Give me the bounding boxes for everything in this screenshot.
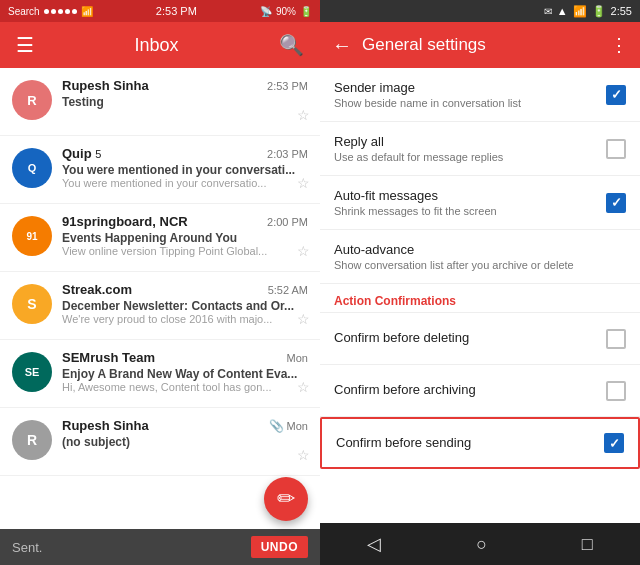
email-content: Streak.com 5:52 AM December Newsletter: … (62, 282, 308, 325)
time-right: 2:55 (611, 5, 632, 17)
email-content: SEMrush Team Mon Enjoy A Brand New Way o… (62, 350, 308, 393)
home-nav-icon[interactable]: ○ (476, 534, 487, 555)
email-item[interactable]: SE SEMrush Team Mon Enjoy A Brand New Wa… (0, 340, 320, 408)
wifi-icon-left: 📶 (81, 6, 93, 17)
back-nav-icon[interactable]: ◁ (367, 533, 381, 555)
star-icon[interactable]: ☆ (297, 379, 310, 395)
confirm-archiving-checkbox[interactable] (606, 381, 626, 401)
email-content: Rupesh Sinha 📎 Mon (no subject) (62, 418, 308, 449)
email-item[interactable]: Q Quip 5 2:03 PM You were mentioned in y… (0, 136, 320, 204)
status-right-info: ✉ ▲ 📶 🔋 2:55 (544, 5, 632, 18)
email-header: Streak.com 5:52 AM (62, 282, 308, 297)
email-header: Quip 5 2:03 PM (62, 146, 308, 161)
sender-name: SEMrush Team (62, 350, 155, 365)
email-header: SEMrush Team Mon (62, 350, 308, 365)
email-item[interactable]: 91 91springboard, NCR 2:00 PM Events Hap… (0, 204, 320, 272)
settings-title: General settings (362, 35, 600, 55)
sender-name: 91springboard, NCR (62, 214, 188, 229)
setting-title: Auto-fit messages (334, 188, 606, 203)
email-header: Rupesh Sinha 2:53 PM (62, 78, 308, 93)
search-icon[interactable]: 🔍 (275, 29, 308, 61)
star-icon[interactable]: ☆ (297, 107, 310, 123)
setting-title: Confirm before archiving (334, 382, 606, 397)
avatar-letter: S (27, 296, 36, 312)
email-subject: December Newsletter: Contacts and Or... (62, 299, 308, 313)
auto-fit-checkbox[interactable] (606, 193, 626, 213)
email-content: Quip 5 2:03 PM You were mentioned in you… (62, 146, 308, 189)
bottom-bar: Sent. UNDO (0, 529, 320, 565)
recents-nav-icon[interactable]: □ (582, 534, 593, 555)
setting-auto-fit[interactable]: Auto-fit messages Shrink messages to fit… (320, 176, 640, 230)
status-bar-right: ✉ ▲ 📶 🔋 2:55 (320, 0, 640, 22)
email-subject: (no subject) (62, 435, 308, 449)
action-confirmations-header: Action Confirmations (320, 284, 640, 313)
avatar-letter: R (27, 432, 37, 448)
setting-confirm-deleting[interactable]: Confirm before deleting (320, 313, 640, 365)
email-preview: Hi, Awesome news, Content tool has gon..… (62, 381, 308, 393)
setting-text: Auto-advance Show conversation list afte… (334, 242, 626, 271)
email-subject: Enjoy A Brand New Way of Content Eva... (62, 367, 308, 381)
avatar: SE (12, 352, 52, 392)
sent-label: Sent. (12, 540, 42, 555)
left-status-info: Search 📶 (8, 6, 93, 17)
setting-text: Reply all Use as default for message rep… (334, 134, 606, 163)
email-preview: We're very proud to close 2016 with majo… (62, 313, 308, 325)
setting-subtitle: Shrink messages to fit the screen (334, 205, 606, 217)
setting-subtitle: Show beside name in conversation list (334, 97, 606, 109)
sender-name: Rupesh Sinha (62, 418, 149, 433)
battery-icon-right: 🔋 (592, 5, 606, 18)
menu-icon[interactable]: ☰ (12, 29, 38, 61)
setting-text: Confirm before deleting (334, 330, 606, 347)
avatar: Q (12, 148, 52, 188)
setting-subtitle: Use as default for message replies (334, 151, 606, 163)
gmail-icon: ✉ (544, 6, 552, 17)
setting-confirm-sending[interactable]: Confirm before sending (320, 417, 640, 469)
back-button[interactable]: ← (332, 34, 352, 57)
email-header: 91springboard, NCR 2:00 PM (62, 214, 308, 229)
nav-bar: ◁ ○ □ (320, 523, 640, 565)
avatar: 91 (12, 216, 52, 256)
reply-all-checkbox[interactable] (606, 139, 626, 159)
inbox-title: Inbox (38, 35, 275, 56)
sender-name: Rupesh Sinha (62, 78, 149, 93)
avatar-letter: Q (28, 162, 37, 174)
undo-button[interactable]: UNDO (251, 536, 308, 558)
settings-list: Sender image Show beside name in convers… (320, 68, 640, 523)
compose-fab[interactable]: ✏ (264, 477, 308, 521)
star-icon[interactable]: ☆ (297, 311, 310, 327)
star-icon[interactable]: ☆ (297, 243, 310, 259)
setting-auto-advance[interactable]: Auto-advance Show conversation list afte… (320, 230, 640, 284)
email-preview: View online version Tipping Point Global… (62, 245, 308, 257)
sender-name: Quip 5 (62, 146, 101, 161)
time-left: 2:53 PM (156, 5, 197, 17)
setting-reply-all[interactable]: Reply all Use as default for message rep… (320, 122, 640, 176)
setting-title: Confirm before deleting (334, 330, 606, 345)
email-time: 2:53 PM (267, 80, 308, 92)
star-icon[interactable]: ☆ (297, 447, 310, 463)
confirm-sending-checkbox[interactable] (604, 433, 624, 453)
setting-title: Sender image (334, 80, 606, 95)
setting-sender-image[interactable]: Sender image Show beside name in convers… (320, 68, 640, 122)
more-options-button[interactable]: ⋮ (610, 34, 628, 56)
left-panel: Search 📶 2:53 PM 📡 90% 🔋 ☰ Inbox 🔍 R (0, 0, 320, 565)
signal-icon-right: 📶 (573, 5, 587, 18)
status-bar-left: Search 📶 2:53 PM 📡 90% 🔋 (0, 0, 320, 22)
email-item[interactable]: R Rupesh Sinha 📎 Mon (no subject) ☆ (0, 408, 320, 476)
setting-text: Confirm before archiving (334, 382, 606, 399)
setting-title: Confirm before sending (336, 435, 604, 450)
setting-confirm-archiving[interactable]: Confirm before archiving (320, 365, 640, 417)
star-icon[interactable]: ☆ (297, 175, 310, 191)
sender-image-checkbox[interactable] (606, 85, 626, 105)
email-item[interactable]: S Streak.com 5:52 AM December Newsletter… (0, 272, 320, 340)
email-content: Rupesh Sinha 2:53 PM Testing (62, 78, 308, 109)
sender-name: Streak.com (62, 282, 132, 297)
email-time: 📎 Mon (269, 419, 308, 433)
email-item[interactable]: R Rupesh Sinha 2:53 PM Testing ☆ (0, 68, 320, 136)
email-time: 5:52 AM (268, 284, 308, 296)
confirm-deleting-checkbox[interactable] (606, 329, 626, 349)
avatar-letter: SE (25, 366, 40, 378)
email-subject: Testing (62, 95, 308, 109)
email-preview: You were mentioned in your conversatio..… (62, 177, 308, 189)
setting-text: Sender image Show beside name in convers… (334, 80, 606, 109)
avatar-letter: R (27, 93, 36, 108)
